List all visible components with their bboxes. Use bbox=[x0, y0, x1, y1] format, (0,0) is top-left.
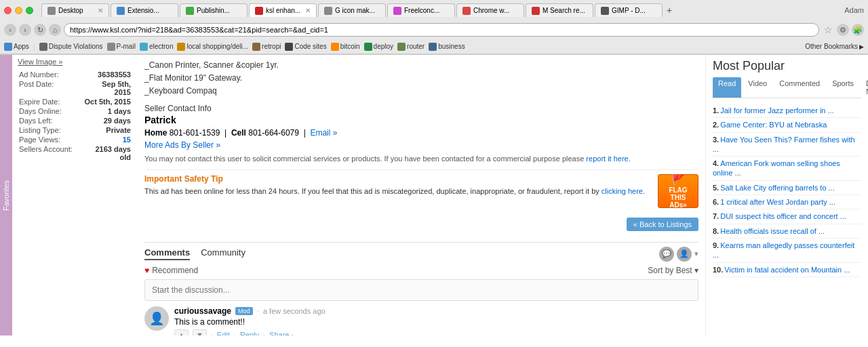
sellers-account-label: Sellers Account: bbox=[18, 144, 82, 162]
bm-deploy[interactable]: deploy bbox=[364, 43, 393, 51]
comments-section: Comments Community 💬 👤 ▾ ♥ Recommend Sor… bbox=[144, 242, 698, 335]
tab-label-chrome: Chrome w... bbox=[473, 7, 509, 14]
bm-dispute[interactable]: Dispute Violations bbox=[39, 43, 103, 51]
edit-link[interactable]: Edit bbox=[217, 331, 230, 335]
list-item[interactable]: 9.Kearns man allegedly passes counterfei… bbox=[713, 239, 861, 263]
table-row: Post Date: Sep 5th, 2015 bbox=[18, 79, 132, 97]
mp-tabs: Read Video Commented Sports Deseret News bbox=[713, 77, 861, 98]
bookmark-star[interactable]: ☆ bbox=[822, 24, 834, 36]
avatar: 👤 bbox=[144, 306, 169, 331]
list-item[interactable]: 6.1 critical after West Jordan party ... bbox=[713, 195, 861, 209]
share-link[interactable]: Share · bbox=[269, 331, 293, 335]
safety-body: This ad has been online for less than 24… bbox=[144, 186, 652, 197]
settings-icon[interactable]: ⚙ bbox=[837, 24, 849, 36]
list-item[interactable]: 7.DUI suspect hits officer and concert .… bbox=[713, 209, 861, 224]
close-button[interactable] bbox=[4, 7, 12, 14]
post-date-value: Sep 5th, 2015 bbox=[82, 79, 132, 97]
report-link[interactable]: report it here. bbox=[586, 155, 630, 163]
bm-apps[interactable]: Apps bbox=[4, 43, 29, 51]
most-popular-title: Most Popular bbox=[713, 59, 861, 73]
tab-gicon[interactable]: G icon mak... bbox=[318, 3, 386, 17]
table-row: Days Left: 29 days bbox=[18, 116, 132, 125]
list-item[interactable]: 5.Salt Lake City offering barrels to ... bbox=[713, 181, 861, 195]
bm-pmail[interactable]: P-mail bbox=[107, 43, 136, 51]
flag-ad-button[interactable]: 🚩 FLAG THIS ADs» bbox=[658, 174, 698, 208]
tab-ksl[interactable]: ksl enhan... ✕ bbox=[249, 3, 317, 17]
new-tab-button[interactable]: + bbox=[667, 5, 672, 16]
bm-retro[interactable]: retropi bbox=[252, 43, 281, 51]
cell-phone[interactable]: 801-664-6079 bbox=[248, 128, 299, 138]
address-input[interactable] bbox=[64, 23, 819, 37]
clicking-here-link[interactable]: clicking here. bbox=[601, 187, 645, 195]
bm-other[interactable]: Other Bookmarks ▶ bbox=[805, 43, 864, 50]
list-item[interactable]: 3.Have You Seen This? Farmer fishes with… bbox=[713, 133, 861, 157]
icons-dropdown[interactable]: ▾ bbox=[694, 249, 698, 258]
comments-header: Comments Community 💬 👤 ▾ bbox=[144, 247, 698, 262]
list-item[interactable]: 2.Game Center: BYU at Nebraska bbox=[713, 118, 861, 132]
browser-chrome: Desktop ✕ Extensio... Publishin... ksl e… bbox=[0, 0, 868, 55]
more-ads-link[interactable]: More Ads By Seller » bbox=[144, 140, 220, 150]
reload-button[interactable]: ↻ bbox=[34, 24, 46, 36]
mp-tab-deseret[interactable]: Deseret News bbox=[861, 77, 868, 98]
tab-close-desktop[interactable]: ✕ bbox=[98, 7, 103, 14]
favorites-tab[interactable]: Favorites bbox=[0, 55, 12, 335]
bm-router[interactable]: router bbox=[397, 43, 425, 51]
comment-meta: curioussavage Mod · a few seconds ago bbox=[174, 306, 698, 316]
mp-tab-video[interactable]: Video bbox=[743, 77, 772, 98]
tab-comments[interactable]: Comments bbox=[144, 247, 190, 260]
tab-desktop[interactable]: Desktop ✕ bbox=[41, 3, 109, 17]
list-item[interactable]: 4.American Fork woman selling shoes onli… bbox=[713, 157, 861, 181]
mp-tab-sports[interactable]: Sports bbox=[827, 77, 859, 98]
view-image-link[interactable]: View Image » bbox=[18, 58, 132, 66]
tab-favicon-gmail bbox=[532, 7, 540, 15]
code-icon bbox=[285, 43, 293, 51]
discussion-input[interactable] bbox=[144, 279, 698, 301]
bm-business[interactable]: business bbox=[429, 43, 465, 51]
list-item: _Canon Printer, Scanner &copier 1yr. bbox=[144, 59, 698, 72]
tab-extensions[interactable]: Extensio... bbox=[111, 3, 178, 17]
comment-text: This is a comment!! bbox=[174, 317, 698, 327]
downvote-button[interactable]: ▼ bbox=[193, 329, 207, 335]
minimize-button[interactable] bbox=[15, 7, 22, 14]
home-button[interactable]: ⌂ bbox=[49, 24, 61, 36]
tab-favicon-gicon bbox=[324, 7, 332, 15]
mp-tab-read[interactable]: Read bbox=[713, 77, 741, 98]
bm-bitcoin[interactable]: bitcoin bbox=[331, 43, 360, 51]
main-content: _Canon Printer, Scanner &copier 1yr. _Fl… bbox=[138, 55, 705, 335]
sort-by-dropdown[interactable]: Sort by Best ▾ bbox=[648, 266, 698, 275]
pmail-icon bbox=[107, 43, 115, 51]
tab-publishing[interactable]: Publishin... bbox=[180, 3, 248, 17]
bm-code[interactable]: Code sites bbox=[285, 43, 326, 51]
bitcoin-icon bbox=[331, 43, 339, 51]
extensions-icon[interactable]: 🧩 bbox=[852, 24, 864, 36]
tab-gmail[interactable]: M Search re... bbox=[526, 3, 593, 17]
maximize-button[interactable] bbox=[26, 7, 33, 14]
comments-icons: 💬 👤 ▾ bbox=[659, 247, 698, 262]
back-button[interactable]: ‹ bbox=[4, 24, 16, 36]
tab-chrome[interactable]: Chrome w... bbox=[456, 3, 524, 17]
electron-icon bbox=[140, 43, 148, 51]
address-bar-row: ‹ › ↻ ⌂ ☆ ⚙ 🧩 bbox=[0, 20, 868, 39]
recommend-button[interactable]: ♥ Recommend bbox=[144, 266, 198, 275]
forward-button[interactable]: › bbox=[19, 24, 31, 36]
tab-community[interactable]: Community bbox=[201, 247, 245, 260]
tab-gimp[interactable]: GIMP - D... bbox=[595, 3, 663, 17]
reply-link[interactable]: Reply bbox=[240, 331, 259, 335]
dispute-icon bbox=[39, 43, 47, 51]
home-phone[interactable]: 801-601-1539 bbox=[170, 128, 220, 138]
ad-number-label: Ad Number: bbox=[18, 70, 82, 79]
mp-tab-commented[interactable]: Commented bbox=[774, 77, 825, 98]
list-item[interactable]: 1.Jail for former Jazz performer in ... bbox=[713, 104, 861, 118]
tab-favicon-desktop bbox=[47, 7, 56, 15]
bm-electron[interactable]: electron bbox=[140, 43, 174, 51]
list-item[interactable]: 10.Victim in fatal accident on Mountain … bbox=[713, 263, 861, 277]
email-link[interactable]: Email » bbox=[310, 128, 337, 138]
bm-shopping[interactable]: local shopping/deli... bbox=[177, 43, 248, 51]
bm-electron-label: electron bbox=[149, 43, 174, 50]
list-item[interactable]: 8.Health officials issue recall of ... bbox=[713, 224, 861, 239]
upvote-button[interactable]: ▲ bbox=[174, 329, 189, 335]
tab-close-ksl[interactable]: ✕ bbox=[305, 7, 311, 14]
back-to-listings-button[interactable]: « Back to Listings bbox=[627, 218, 698, 231]
bm-apps-label: Apps bbox=[14, 43, 29, 50]
tab-freelance[interactable]: Freelconc... bbox=[387, 3, 455, 17]
